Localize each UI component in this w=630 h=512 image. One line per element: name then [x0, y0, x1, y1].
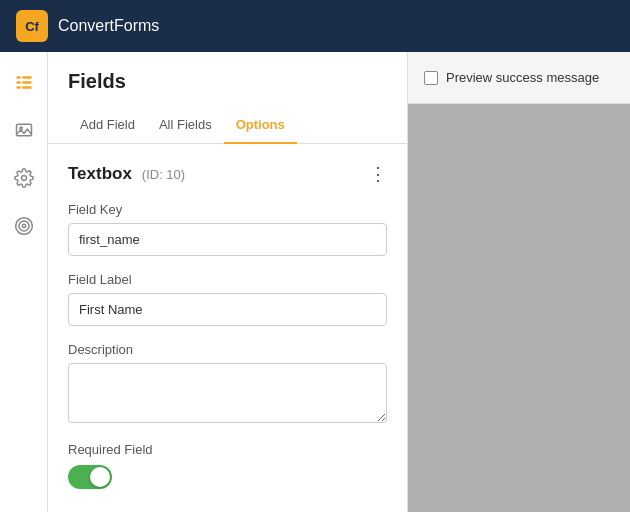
tab-add-field[interactable]: Add Field	[68, 107, 147, 144]
tabs-bar: Add Field All Fields Options	[48, 107, 407, 144]
field-type-row: Textbox (ID: 10) ⋮	[68, 164, 387, 184]
preview-panel: Preview success message	[408, 52, 630, 512]
field-description-input[interactable]	[68, 363, 387, 423]
preview-gray-area	[408, 104, 630, 512]
required-field-group: Required Field	[68, 442, 387, 492]
svg-rect-3	[22, 81, 31, 84]
svg-point-8	[21, 176, 26, 181]
svg-rect-5	[22, 86, 31, 89]
main-layout: Fields Add Field All Fields Options Text…	[0, 52, 630, 512]
required-field-label: Required Field	[68, 442, 387, 457]
sidebar-icon-image[interactable]	[10, 116, 38, 144]
svg-point-7	[19, 127, 21, 129]
field-type-title: Textbox (ID: 10)	[68, 164, 185, 184]
field-id-label: (ID: 10)	[142, 167, 185, 182]
tab-options[interactable]: Options	[224, 107, 297, 144]
field-key-label: Field Key	[68, 202, 387, 217]
app-logo: Cf	[16, 10, 48, 42]
preview-header: Preview success message	[408, 52, 630, 104]
toggle-thumb	[90, 467, 110, 487]
app-title: ConvertForms	[58, 17, 159, 35]
svg-rect-4	[16, 86, 20, 89]
preview-success-label: Preview success message	[446, 70, 599, 85]
svg-point-11	[22, 224, 25, 227]
sidebar-icon-fields[interactable]	[10, 68, 38, 96]
field-type-name: Textbox	[68, 164, 132, 183]
field-options-menu-button[interactable]: ⋮	[369, 165, 387, 183]
app-header: Cf ConvertForms	[0, 0, 630, 52]
field-label-input[interactable]	[68, 293, 387, 326]
svg-rect-1	[22, 76, 31, 79]
required-field-toggle[interactable]	[68, 465, 112, 489]
field-label-label: Field Label	[68, 272, 387, 287]
field-options-content: Textbox (ID: 10) ⋮ Field Key Field Label…	[48, 144, 407, 512]
field-key-group: Field Key	[68, 202, 387, 256]
svg-rect-0	[16, 76, 20, 79]
sidebar	[0, 52, 48, 512]
svg-point-9	[15, 218, 32, 235]
field-label-group: Field Label	[68, 272, 387, 326]
sidebar-icon-settings[interactable]	[10, 164, 38, 192]
sidebar-icon-target[interactable]	[10, 212, 38, 240]
field-description-group: Description	[68, 342, 387, 426]
svg-point-10	[19, 221, 29, 231]
fields-header: Fields	[48, 52, 407, 107]
preview-success-checkbox[interactable]	[424, 71, 438, 85]
field-description-label: Description	[68, 342, 387, 357]
svg-rect-2	[16, 81, 20, 84]
tab-all-fields[interactable]: All Fields	[147, 107, 224, 144]
fields-panel: Fields Add Field All Fields Options Text…	[48, 52, 408, 512]
field-key-input[interactable]	[68, 223, 387, 256]
fields-title: Fields	[68, 70, 387, 93]
